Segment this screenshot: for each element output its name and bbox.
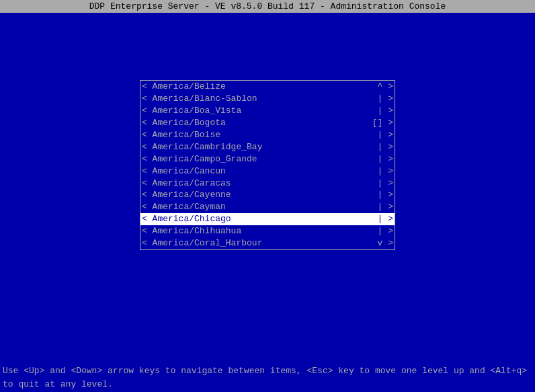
- list-item-label: < America/Bogota: [142, 117, 370, 129]
- main-area: < America/Belize^ >< America/Blanc-Sablo…: [0, 13, 535, 250]
- list-item-label: < America/Chicago: [142, 213, 375, 225]
- list-item[interactable]: < America/Blanc-Sablon| >: [140, 93, 395, 105]
- list-item-right: ^ >: [378, 81, 393, 93]
- list-item[interactable]: < America/Belize^ >: [140, 81, 395, 93]
- list-item-label: < America/Belize: [142, 81, 375, 93]
- list-item-label: < America/Coral_Harbour: [142, 237, 375, 249]
- list-item-label: < America/Cancun: [142, 165, 375, 178]
- list-item-right: [] >: [372, 117, 393, 129]
- list-item-label: < America/Chihuahua: [142, 225, 375, 237]
- list-item-label: < America/Blanc-Sablon: [142, 93, 375, 105]
- list-item-right: | >: [378, 129, 393, 141]
- list-item[interactable]: < America/Cayenne| >: [140, 189, 395, 201]
- status-bar: Use <Up> and <Down> arrow keys to naviga…: [0, 363, 535, 392]
- title-bar: DDP Enterprise Server - VE v8.5.0 Build …: [0, 0, 535, 13]
- list-item-right: | >: [378, 93, 393, 105]
- list-item-right: | >: [378, 225, 393, 237]
- list-item-label: < America/Boise: [142, 129, 375, 141]
- list-item-label: < America/Boa_Vista: [142, 105, 375, 117]
- list-item[interactable]: < America/Cambridge_Bay| >: [140, 141, 395, 153]
- list-item[interactable]: < America/Boise| >: [140, 129, 395, 141]
- list-item-label: < America/Caracas: [142, 178, 375, 190]
- list-box[interactable]: < America/Belize^ >< America/Blanc-Sablo…: [140, 80, 395, 250]
- list-item[interactable]: < America/Boa_Vista| >: [140, 105, 395, 117]
- list-item[interactable]: < America/Campo_Grande| >: [140, 153, 395, 165]
- list-item-label: < America/Cayman: [142, 201, 375, 213]
- list-item-right: v >: [378, 237, 393, 249]
- list-item-right: | >: [378, 213, 393, 225]
- list-item-right: | >: [378, 141, 393, 153]
- list-item-label: < America/Campo_Grande: [142, 153, 375, 165]
- status-text: Use <Up> and <Down> arrow keys to naviga…: [3, 366, 527, 389]
- list-item[interactable]: < America/Chicago| >: [140, 213, 395, 225]
- list-item[interactable]: < America/Bogota[] >: [140, 117, 395, 129]
- list-item[interactable]: < America/Chihuahua| >: [140, 225, 395, 237]
- list-item-right: | >: [378, 165, 393, 178]
- list-item-label: < America/Cambridge_Bay: [142, 141, 375, 153]
- list-item-label: < America/Cayenne: [142, 189, 375, 201]
- list-item-right: | >: [378, 105, 393, 117]
- list-item-right: | >: [378, 153, 393, 165]
- list-item[interactable]: < America/Caracas| >: [140, 178, 395, 190]
- list-item-right: | >: [378, 201, 393, 213]
- list-item[interactable]: < America/Coral_Harbourv >: [140, 237, 395, 249]
- list-item-right: | >: [378, 178, 393, 190]
- list-item[interactable]: < America/Cancun| >: [140, 165, 395, 178]
- title-text: DDP Enterprise Server - VE v8.5.0 Build …: [89, 1, 446, 11]
- list-item[interactable]: < America/Cayman| >: [140, 201, 395, 213]
- list-item-right: | >: [378, 189, 393, 201]
